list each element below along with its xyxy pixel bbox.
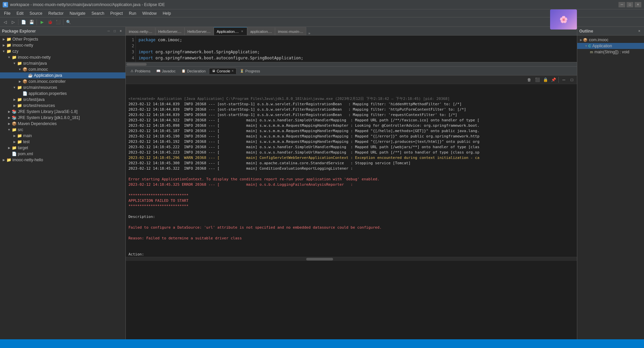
expand-icon[interactable]: ▼	[7, 128, 11, 131]
toolbar-btn-debug[interactable]: 🐞	[46, 18, 54, 26]
console-close-icon[interactable]: ×	[231, 69, 233, 73]
node-label: src	[18, 127, 23, 132]
editor-tab[interactable]: HelloServer....	[184, 27, 214, 35]
editor-tab[interactable]: Application....×	[214, 27, 247, 35]
console-tab-progress[interactable]: ⏳Progress	[237, 68, 263, 74]
code-content[interactable]: package com.imooc; import org.springfram…	[136, 36, 577, 62]
expand-icon[interactable]: ▶	[1, 38, 6, 41]
expand-icon[interactable]: ▶	[7, 146, 11, 150]
tree-item[interactable]: ▶ 📁 imooc-netty	[0, 42, 125, 48]
tree-item[interactable]: 📄 application.properties	[0, 91, 125, 97]
menu-item-search[interactable]: Search	[89, 10, 107, 16]
expand-icon[interactable]: ▼	[12, 86, 17, 89]
expand-icon[interactable]: ▼	[17, 68, 22, 71]
outline-expand-icon[interactable]: ▼	[585, 44, 588, 48]
console-tab-javadoc[interactable]: 📖Javadoc	[154, 68, 178, 74]
tree-item[interactable]: ▶ 📁 src/test/resources	[0, 103, 125, 109]
tree-item[interactable]: 📄 pom.xml	[0, 151, 125, 157]
tree-item[interactable]: ▼ 📁 src/main/java	[0, 60, 125, 66]
outline-item[interactable]: ▶ 📦 com.imooc	[577, 37, 644, 43]
expand-icon[interactable]: ▼	[1, 50, 6, 53]
tree-item[interactable]: ▼ 📁 imooc-muxin-netty	[0, 54, 125, 60]
menu-item-source[interactable]: Source	[27, 10, 45, 16]
toolbar-btn-2[interactable]: ▷	[9, 18, 17, 26]
expand-icon[interactable]: ▶	[7, 110, 11, 113]
tree-item[interactable]: ▶ 📚 JRE System Library [jdk1.8.0_181]	[0, 115, 125, 121]
editor-tab[interactable]: HelloServer....	[155, 27, 184, 35]
editor-tab[interactable]: application....	[247, 27, 275, 35]
expand-icon[interactable]: ▶	[12, 134, 17, 137]
menu-item-window[interactable]: Window	[140, 10, 159, 16]
expand-icon[interactable]: ▶	[1, 44, 6, 47]
outline-item[interactable]: ▼ C Application	[577, 43, 644, 49]
console-hscroll-thumb[interactable]	[306, 258, 333, 260]
maximize-panel-icon[interactable]: □	[112, 28, 117, 34]
editor-tab[interactable]: imooc-muxin-...	[275, 27, 306, 35]
expand-icon[interactable]: ▶	[7, 116, 11, 119]
console-tab-console[interactable]: 🖥Console×	[209, 68, 236, 74]
outline-expand-icon[interactable]: ▶	[580, 38, 582, 42]
close-button[interactable]: ×	[635, 2, 641, 7]
console-terminate-btn[interactable]: ⬛	[534, 76, 541, 83]
toolbar-btn-search[interactable]: 🔍	[65, 18, 72, 26]
minimize-button[interactable]: ─	[619, 2, 625, 7]
expand-icon[interactable]: ▶	[1, 158, 6, 162]
toolbar-btn-run[interactable]: ▶	[38, 18, 46, 26]
editor-tab[interactable]: imooc-netty-...	[126, 27, 155, 35]
console-minimize-btn[interactable]: ─	[560, 76, 568, 83]
menu-item-project[interactable]: Project	[108, 10, 125, 16]
console-content[interactable]: <terminated> Application [Java Applicati…	[126, 84, 577, 257]
menu-item-edit[interactable]: Edit	[14, 10, 26, 16]
expand-icon[interactable]: ▶	[12, 98, 17, 101]
node-icon: 📁	[6, 157, 11, 163]
tree-item[interactable]: ▶ 📁 test	[0, 139, 125, 145]
editor-hscrollbar[interactable]	[126, 62, 577, 66]
console-clear-btn[interactable]: 🗑	[526, 76, 533, 83]
console-hscrollbar[interactable]	[126, 257, 577, 261]
tree-item[interactable]: ▶ 📁 Other Projects	[0, 36, 125, 42]
tree-item[interactable]: ☕ Application.java	[0, 72, 125, 78]
expand-icon[interactable]: ▶	[7, 122, 11, 125]
expand-icon[interactable]: ▶	[12, 104, 17, 107]
tab-close-icon[interactable]: ×	[240, 30, 244, 34]
tree-item[interactable]: ▶ 📁 imooc-netty-hello	[0, 157, 125, 163]
menu-item-refactor[interactable]: Refactor	[46, 10, 66, 16]
outline-node-label: com.imooc	[589, 38, 608, 42]
expand-icon[interactable]: ▼	[7, 56, 11, 59]
outline-item[interactable]: m main(String[]) : void	[577, 49, 644, 55]
menu-item-help[interactable]: Help	[160, 10, 174, 16]
tree-item[interactable]: ▼ 📁 src/main/resources	[0, 84, 125, 91]
console-tab-problems[interactable]: ⚠Problems	[128, 68, 153, 74]
tree-item[interactable]: ▶ 📁 main	[0, 133, 125, 139]
tree-item[interactable]: ▶ 📁 src/test/java	[0, 97, 125, 103]
tree-item[interactable]: ▼ 📁 src	[0, 127, 125, 133]
tree-item[interactable]: ▶ 📁 target	[0, 145, 125, 151]
tree-item[interactable]: ▶ 📚 JRE System Library [JavaSE-1.8]	[0, 109, 125, 115]
toolbar-btn-new[interactable]: 📄	[20, 18, 27, 26]
toolbar-btn-save[interactable]: 💾	[28, 18, 35, 26]
tree-item[interactable]: ▶ 📦 com.imooc.controller	[0, 78, 125, 84]
console-scroll-lock-btn[interactable]: 🔒	[542, 76, 549, 83]
outline-close-icon[interactable]: ×	[637, 28, 642, 34]
expand-icon[interactable]: ▶	[12, 140, 17, 143]
menu-item-run[interactable]: Run	[126, 10, 139, 16]
console-pin-btn[interactable]: 📌	[550, 76, 557, 83]
toolbar-btn-1[interactable]: ◁	[1, 18, 9, 26]
tree-item[interactable]: ▼ 📁 czy	[0, 48, 125, 54]
tree-item[interactable]: ▶ 📦 Maven Dependencies	[0, 121, 125, 127]
close-panel-icon[interactable]: ×	[118, 28, 123, 34]
menu-item-file[interactable]: File	[1, 10, 13, 16]
tree-item[interactable]: ▼ 📦 com.imooc	[0, 66, 125, 72]
minimize-panel-icon[interactable]: ─	[106, 28, 111, 34]
console-tab-declaration[interactable]: 📋Declaration	[179, 68, 208, 74]
tab-overflow-indicator[interactable]: »	[306, 31, 312, 35]
console-maximize-btn[interactable]: □	[568, 76, 576, 83]
node-label: main	[23, 133, 32, 138]
expand-icon[interactable]: ▼	[12, 62, 17, 65]
toolbar-btn-stop[interactable]: ⬛	[54, 18, 62, 26]
console-log-line	[128, 187, 574, 193]
menu-item-navigate[interactable]: Navigate	[67, 10, 88, 16]
maximize-button[interactable]: □	[627, 2, 633, 7]
editor-hscroll-thumb[interactable]	[126, 63, 147, 66]
expand-icon[interactable]: ▶	[17, 80, 22, 83]
